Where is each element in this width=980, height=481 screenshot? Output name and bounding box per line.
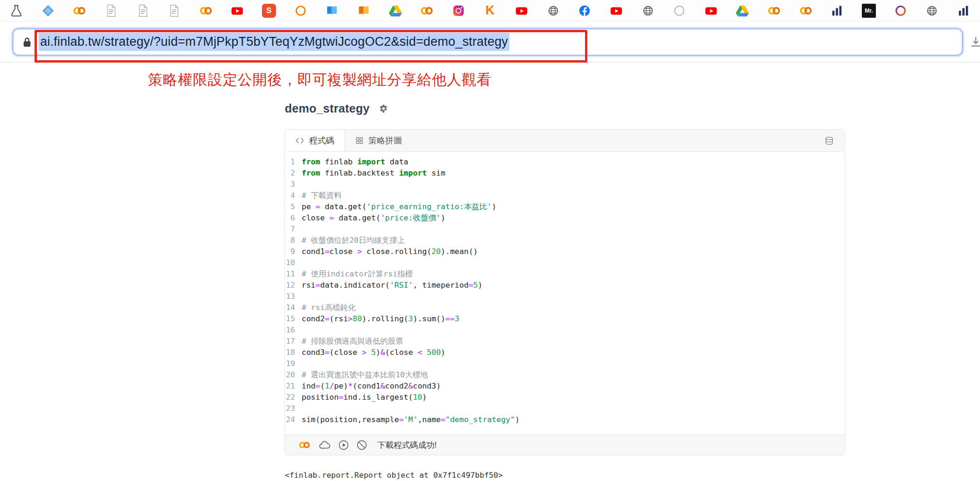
code-line-2: 2from finlab.backtest import sim [285,168,845,179]
code-line-7: 7 [285,224,845,235]
globe-bookmark-icon[interactable] [544,2,562,20]
browser-toolbar: ai.finlab.tw/strategy/?uid=m7MjPkpT5bYTe… [0,21,980,63]
stop-icon[interactable] [356,439,367,451]
mr-bookmark-icon[interactable]: Mr. [860,2,878,20]
address-bar[interactable]: ai.finlab.tw/strategy/?uid=m7MjPkpT5bYTe… [12,28,963,56]
code-line-12: 12rsi=data.indicator('RSI', timeperiod=5… [285,280,845,291]
code-line-18: 18cond3=(close > 5)&(close < 500) [285,347,845,358]
code-line-1: 1from finlab import data [285,156,845,168]
globe-bookmark-icon[interactable] [639,2,657,20]
code-editor[interactable]: 1from finlab import data2from finlab.bac… [285,152,845,425]
doc-bookmark-icon[interactable] [102,2,120,20]
code-line-14: 14# rsi高檔鈍化 [285,302,845,313]
editor-tab-bar: 程式碼 策略拼圖 [285,130,845,152]
page-title: demo_strategy [285,102,370,115]
k-bookmark-icon[interactable]: K [481,2,499,20]
code-line-5: 5pe = data.get('price_earning_ratio:本益比'… [285,201,845,212]
swirl-bookmark-icon[interactable] [892,2,909,20]
globe-bookmark-icon[interactable] [923,2,941,20]
code-line-4: 4# 下載資料 [285,190,845,201]
code-icon [295,136,304,145]
book-orange-bookmark-icon[interactable] [355,2,373,20]
code-line-8: 8# 收盤價位於20日均線支撐上 [285,235,845,246]
chart-bookmark-icon[interactable] [828,2,846,20]
youtube-bookmark-icon[interactable] [607,2,625,20]
strategy-panel: 程式碼 策略拼圖 1from finlab import data2from f… [284,129,845,455]
tab-code[interactable]: 程式碼 [285,130,345,151]
tab-code-label: 程式碼 [309,135,334,146]
facebook-bookmark-icon[interactable] [576,2,593,20]
colab-bookmark-icon[interactable] [797,2,815,20]
doc-bookmark-icon[interactable] [134,2,152,20]
database-icon[interactable] [824,136,834,146]
youtube-bookmark-icon[interactable] [513,2,530,20]
tab-puzzle[interactable]: 策略拼圖 [345,130,412,151]
colab-bookmark-icon[interactable] [197,2,215,20]
report-output: <finlab.report.Report object at 0x7f1c49… [285,471,503,480]
code-line-10: 10 [285,257,845,269]
doc-bookmark-icon[interactable] [165,2,183,20]
lock-icon [22,36,32,48]
tab-puzzle-label: 策略拼圖 [368,135,402,146]
code-line-17: 17# 排除股價過高與過低的股票 [285,336,845,347]
code-line-22: 22position=ind.is_largest(10) [285,392,845,403]
url-text[interactable]: ai.finlab.tw/strategy/?uid=m7MjPkpT5bYTe… [39,33,509,51]
colab-icon[interactable] [297,439,311,451]
circle-bookmark-icon[interactable] [670,2,688,20]
bookmarks-bar: SKMr. [0,0,980,21]
colab-bookmark-icon[interactable] [418,2,436,20]
status-text: 下載程式碼成功! [377,439,437,451]
cloud-icon[interactable] [318,439,331,450]
annotation-text: 策略權限設定公開後，即可複製網址分享給他人觀看 [148,70,492,90]
youtube-bookmark-icon[interactable] [228,2,246,20]
colab-bookmark-icon[interactable] [765,2,783,20]
code-line-19: 19 [285,358,845,369]
code-line-6: 6close = data.get('price:收盤價') [285,212,845,224]
shopee-bookmark-icon[interactable]: S [260,2,278,20]
code-line-24: 24sim(position,resample='M',name="demo_s… [285,414,845,425]
code-line-9: 9cond1=close > close.rolling(20).mean() [285,246,845,257]
lab-bookmark-icon[interactable] [7,2,25,20]
code-line-23: 23 [285,403,845,414]
chart-bookmark-icon[interactable] [955,2,973,20]
instagram-bookmark-icon[interactable] [450,2,467,20]
colab-bookmark-icon[interactable] [71,2,88,20]
code-line-11: 11# 使用indicator計算rsi指標 [285,269,845,280]
download-icon[interactable] [969,35,980,49]
code-line-13: 13 [285,291,845,302]
play-icon[interactable] [338,439,349,451]
strategy-title-row: demo_strategy [285,102,389,115]
grid-icon [355,136,364,145]
youtube-bookmark-icon[interactable] [702,2,720,20]
code-line-15: 15cond2=(rsi>80).rolling(3).sum()==3 [285,313,845,325]
diamond-bookmark-icon[interactable] [39,2,57,20]
drive-bookmark-icon[interactable] [387,2,404,20]
editor-footer: 下載程式碼成功! [285,434,845,455]
code-line-16: 16 [285,325,845,336]
code-line-20: 20# 選出買進訊號中益本比前10大標地 [285,369,845,381]
gear-icon[interactable] [378,103,389,114]
code-line-3: 3 [285,179,845,190]
book-blue-bookmark-icon[interactable] [323,2,341,20]
ring-bookmark-icon[interactable] [292,2,310,20]
code-line-21: 21ind=(1/pe)*(cond1&cond2&cond3) [285,381,845,392]
drive-bookmark-icon[interactable] [733,2,751,20]
